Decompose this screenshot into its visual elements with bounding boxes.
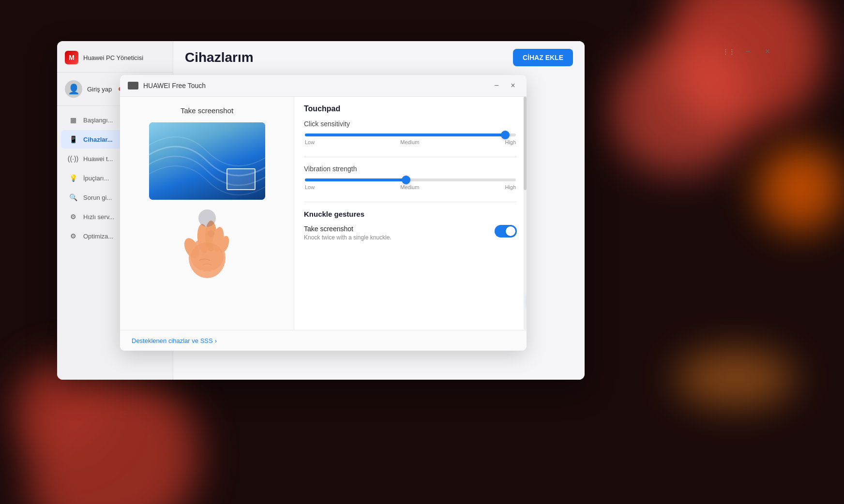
vibration-section: Vibration strength Low Medium High (304, 165, 517, 190)
device-name-label: HUAWEI Free Touch (143, 82, 206, 89)
scroll-thumb (524, 97, 527, 190)
login-label: Giriş yap (87, 86, 112, 93)
optimize-icon: ⚙ (69, 232, 77, 240)
nav-label-ipuclari: İpuçları... (83, 175, 109, 182)
slider-thumb-click[interactable] (501, 131, 510, 139)
vibration-high-label: High (505, 184, 516, 190)
bg-blob-4 (29, 373, 198, 504)
take-screenshot-toggle-row: Take screenshot Knock twice with a singl… (304, 225, 517, 241)
bg-blob-5 (757, 145, 844, 232)
toggle-title: Take screenshot (304, 225, 392, 233)
devices-icon: 📱 (69, 135, 77, 144)
nav-label-huawei: Huawei t... (83, 155, 113, 163)
nav-label-sorun: Sorun gi... (83, 194, 112, 201)
slider-thumb-vibration[interactable] (402, 176, 410, 184)
supported-devices-link[interactable]: Desteklenen cihazlar ve SSS › (132, 337, 217, 344)
toggle-knob (506, 226, 515, 236)
main-window-controls: ⋮⋮ − × (723, 45, 773, 57)
click-low-label: Low (305, 139, 315, 145)
device-dialog: HUAWEI Free Touch − × Take screenshot (120, 75, 527, 351)
search-icon: 🔍 (69, 193, 77, 202)
scrollbar[interactable] (524, 97, 527, 330)
close-main-button[interactable]: × (762, 45, 773, 57)
slider-labels-vibration: Low Medium High (305, 184, 516, 190)
hand-gesture-illustration (149, 200, 265, 287)
touchpad-title: Touchpad (304, 104, 517, 113)
minimize-main-button[interactable]: − (742, 45, 754, 57)
nav-label-cihazlar: Cihazlar... (83, 136, 113, 143)
screenshot-toggle[interactable] (495, 225, 517, 237)
slider-track-vibration (305, 178, 516, 181)
knuckle-indicator (198, 209, 216, 227)
dialog-device-info: HUAWEI Free Touch (128, 82, 206, 89)
screenshot-section-label: Take screenshot (181, 106, 233, 115)
click-sensitivity-slider[interactable]: Low Medium High (304, 133, 517, 145)
screenshot-preview (149, 122, 265, 200)
slider-fill-vibration (305, 178, 406, 181)
divider-1 (304, 157, 517, 157)
avatar: 👤 (65, 80, 82, 98)
slider-fill-click (305, 133, 505, 136)
click-high-label: High (505, 139, 516, 145)
click-medium-label: Medium (400, 139, 419, 145)
settings-icon: ⚙ (69, 212, 77, 221)
vibration-medium-label: Medium (400, 184, 419, 190)
nav-label-baslangic: Başlangı... (83, 117, 113, 124)
right-panel: Touchpad Click sensitivity Low Medium Hi… (294, 97, 527, 330)
sidebar-app-title: Huawei PC Yöneticisi (83, 54, 143, 61)
toggle-info: Take screenshot Knock twice with a singl… (304, 225, 392, 241)
footer-arrow-icon: › (215, 337, 217, 344)
nav-label-optimiza: Optimiza... (83, 233, 113, 240)
monitor-icon (128, 82, 138, 89)
svg-point-6 (208, 230, 214, 237)
slider-track (305, 133, 516, 136)
left-panel: Take screenshot (120, 97, 294, 330)
app-logo: M (65, 51, 78, 64)
dialog-close-button[interactable]: × (507, 80, 519, 91)
vibration-low-label: Low (305, 184, 315, 190)
vibration-label: Vibration strength (304, 165, 517, 173)
svg-point-7 (191, 242, 224, 271)
vibration-slider[interactable]: Low Medium High (304, 178, 517, 190)
dialog-titlebar: HUAWEI Free Touch − × (120, 75, 527, 97)
add-device-button[interactable]: CİHAZ EKLE (513, 49, 573, 66)
home-icon: ▦ (69, 116, 77, 124)
dialog-window-controls: − × (491, 80, 519, 91)
topbar: Cihazlarım CİHAZ EKLE (173, 41, 585, 70)
slider-labels-click: Low Medium High (305, 139, 516, 145)
toggle-description: Knock twice with a single knuckle. (304, 234, 392, 241)
footer-link-text: Desteklenen cihazlar ve SSS (132, 337, 213, 344)
knuckle-title: Knuckle gestures (304, 210, 517, 218)
sidebar-header: M Huawei PC Yöneticisi (57, 41, 173, 73)
bg-blob-2 (612, 39, 747, 174)
dialog-minimize-button[interactable]: − (491, 80, 502, 91)
signal-icon: ((·)) (69, 154, 77, 163)
dialog-footer: Desteklenen cihazlar ve SSS › (120, 330, 527, 351)
dialog-body: Take screenshot (120, 97, 527, 330)
knuckle-section: Knuckle gestures Take screenshot Knock t… (304, 210, 517, 241)
selection-indicator (226, 168, 256, 190)
touchpad-section: Touchpad Click sensitivity Low Medium Hi… (304, 104, 517, 145)
user-icon: 👤 (68, 83, 80, 95)
divider-2 (304, 202, 517, 202)
page-title: Cihazlarım (185, 50, 254, 65)
tips-icon: 💡 (69, 174, 77, 182)
click-sensitivity-label: Click sensitivity (304, 120, 517, 128)
resize-grip-btn[interactable]: ⋮⋮ (723, 45, 735, 57)
preview-image (149, 122, 265, 200)
nav-label-hizli: Hızlı serv... (83, 213, 114, 221)
bg-blob-6 (675, 349, 796, 407)
